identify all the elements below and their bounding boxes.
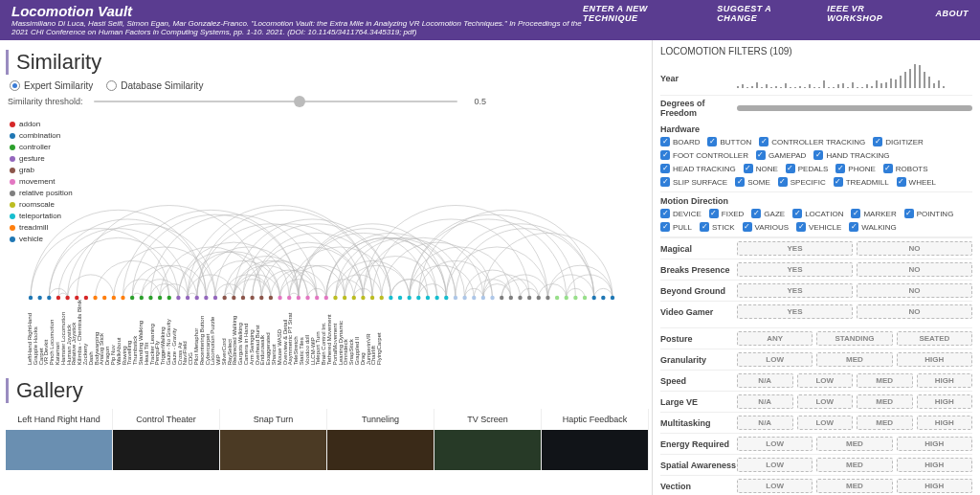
filter-option[interactable]: STANDING: [816, 331, 892, 346]
checkbox-hand-tracking[interactable]: ✓HAND TRACKING: [813, 150, 889, 160]
radio-database[interactable]: Database Similarity: [106, 80, 203, 91]
node-label[interactable]: FlyingCarpet: [376, 300, 382, 365]
node-label[interactable]: Tethered Movement: [326, 300, 332, 365]
nav-suggest[interactable]: SUGGEST A CHANGE: [717, 4, 810, 23]
checkbox-gaze[interactable]: ✓GAZE: [751, 209, 785, 218]
dof-slider[interactable]: [737, 105, 972, 111]
filter-option[interactable]: LOW: [797, 394, 854, 409]
node-label[interactable]: Katamari: [55, 300, 60, 365]
checkbox-specific[interactable]: ✓SPECIFIC: [778, 177, 826, 187]
filter-option[interactable]: NO: [857, 262, 972, 277]
node-label[interactable]: PortalMovement: [332, 300, 338, 365]
gallery-item[interactable]: TV Screen: [434, 409, 542, 470]
node-label[interactable]: Recentering Button: [199, 300, 205, 365]
filter-option[interactable]: YES: [737, 283, 853, 298]
node-label[interactable]: Standing Walking: [138, 300, 144, 365]
checkbox-wheel[interactable]: ✓WHEEL: [897, 177, 936, 187]
checkbox-fixed[interactable]: ✓FIXED: [709, 209, 745, 218]
gallery-item[interactable]: Tunneling: [327, 409, 434, 470]
filter-option[interactable]: N/A: [737, 394, 793, 409]
checkbox-device[interactable]: ✓DEVICE: [660, 209, 702, 218]
checkbox-pointing[interactable]: ✓POINTING: [904, 209, 954, 218]
node-label[interactable]: Head Tilt: [144, 300, 149, 365]
filter-option[interactable]: HIGH: [897, 437, 972, 451]
checkbox-stick[interactable]: ✓STICK: [700, 222, 735, 232]
checkbox-marker[interactable]: ✓MARKER: [851, 209, 896, 218]
node-label[interactable]: Gaze - No Gravity: [166, 300, 171, 365]
filter-option[interactable]: NO: [857, 283, 972, 298]
node-label[interactable]: Gaze - Gravity: [171, 300, 177, 365]
filter-option[interactable]: HIGH: [897, 479, 972, 493]
checkbox-phone[interactable]: ✓PHONE: [835, 164, 875, 173]
checkbox-foot-controller[interactable]: ✓FOOT CONTROLLER: [660, 150, 748, 160]
node-label[interactable]: Static Tiles: [299, 300, 304, 365]
gallery-item[interactable]: Haptic Feedback: [542, 409, 649, 470]
node-label[interactable]: Grapple Hooks: [33, 300, 38, 365]
node-label[interactable]: Grappled II: [354, 300, 360, 365]
node-label[interactable]: Hamster Locomotion: [60, 300, 66, 365]
filter-option[interactable]: LOW: [737, 352, 813, 367]
filter-option[interactable]: MED: [857, 416, 913, 430]
filter-option[interactable]: SEATED: [897, 331, 972, 346]
filter-option[interactable]: YES: [737, 241, 853, 256]
filter-option[interactable]: LOW: [737, 437, 813, 451]
checkbox-various[interactable]: ✓VARIOUS: [743, 222, 789, 232]
filter-option[interactable]: LOW: [797, 373, 854, 388]
filter-option[interactable]: HIGH: [917, 416, 973, 430]
filter-option[interactable]: HIGH: [917, 373, 973, 388]
filter-option[interactable]: HIGH: [897, 352, 972, 367]
threshold-slider[interactable]: [94, 101, 457, 102]
filter-option[interactable]: MED: [816, 352, 892, 367]
node-label[interactable]: Sharicot: [271, 300, 277, 365]
node-label[interactable]: Dash: [88, 300, 94, 365]
filter-option[interactable]: MED: [816, 479, 892, 493]
nav-about[interactable]: ABOUT: [936, 9, 969, 18]
filter-option[interactable]: ANY: [737, 331, 813, 346]
filter-option[interactable]: N/A: [737, 373, 793, 388]
filter-option[interactable]: HIGH: [917, 394, 973, 409]
filter-option[interactable]: NO: [857, 304, 972, 319]
arc-chart[interactable]: LeftHand RightHandGrapple HooksCarpetVR …: [10, 116, 648, 374]
filter-option[interactable]: YES: [737, 304, 853, 319]
checkbox-vehicle[interactable]: ✓VEHICLE: [796, 222, 841, 232]
node-label[interactable]: Mouse WASD: [277, 300, 282, 365]
checkbox-pull[interactable]: ✓PULL: [660, 222, 692, 232]
filter-option[interactable]: LOW: [797, 416, 854, 430]
node-label[interactable]: Camera in Hand: [243, 300, 249, 365]
filter-option[interactable]: MED: [857, 394, 913, 409]
filter-option[interactable]: MED: [816, 437, 892, 451]
node-label[interactable]: Pip Nuv: [110, 300, 116, 365]
checkbox-treadmill[interactable]: ✓TREADMILL: [834, 177, 889, 187]
node-label[interactable]: Arm Swinging: [249, 300, 255, 365]
checkbox-walking[interactable]: ✓WALKING: [849, 222, 897, 232]
node-label[interactable]: LeftHand RightHand: [27, 300, 33, 365]
checkbox-slip-surface[interactable]: ✓SLIP SURFACE: [660, 177, 727, 187]
filter-option[interactable]: MED: [857, 373, 913, 388]
filter-option[interactable]: HIGH: [897, 458, 972, 472]
radio-expert[interactable]: Expert Similarity: [10, 80, 93, 91]
gallery-item[interactable]: Snap Turn: [220, 409, 327, 470]
gallery-item[interactable]: Left Hand Right Hand: [6, 409, 113, 470]
filter-option[interactable]: LOW: [737, 458, 813, 472]
filter-option[interactable]: LOW: [737, 479, 813, 493]
checkbox-button[interactable]: ✓BUTTON: [707, 137, 751, 146]
node-label[interactable]: Drag: [360, 300, 366, 365]
node-label[interactable]: Voodoo doll: [304, 300, 310, 365]
filter-option[interactable]: NO: [857, 241, 972, 256]
filter-option[interactable]: N/A: [737, 416, 793, 430]
gallery-item[interactable]: Control Theater: [113, 409, 220, 470]
filter-option[interactable]: MED: [816, 458, 892, 472]
checkbox-digitizer[interactable]: ✓DIGITIZER: [873, 137, 924, 146]
checkbox-gamepad[interactable]: ✓GAMEPAD: [756, 150, 806, 160]
node-label[interactable]: WalkAbout: [116, 300, 122, 365]
checkbox-controller-tracking[interactable]: ✓CONTROLLER TRACKING: [759, 137, 865, 146]
checkbox-head-tracking[interactable]: ✓HEAD TRACKING: [660, 164, 736, 173]
checkbox-some[interactable]: ✓SOME: [735, 177, 770, 187]
slider-thumb[interactable]: [294, 96, 305, 107]
node-label[interactable]: SilverCord: [221, 300, 227, 365]
node-label[interactable]: Zockeny: [82, 300, 88, 365]
checkbox-pedals[interactable]: ✓PEDALS: [786, 164, 829, 173]
checkbox-none[interactable]: ✓NONE: [744, 164, 778, 173]
checkbox-board[interactable]: ✓BOARD: [660, 137, 700, 146]
node-label[interactable]: Pilot Metaphor: [193, 300, 199, 365]
